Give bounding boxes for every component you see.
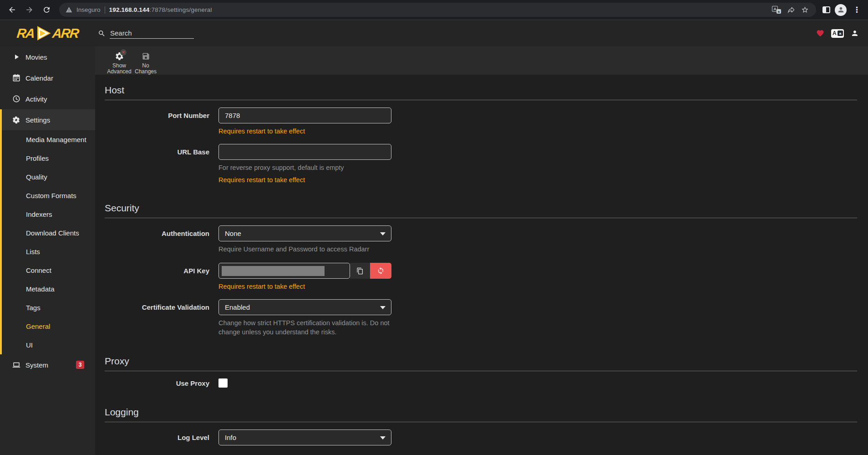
copy-api-key-button[interactable] — [350, 263, 370, 279]
api-key-row: API Key Requires restart to take eff — [105, 263, 857, 290]
address-bar-divider — [105, 6, 105, 14]
radarr-play-logo-icon — [35, 25, 51, 41]
sidebar-settings-group: Settings Media Management Profiles Quali… — [0, 109, 95, 354]
search-bar — [98, 28, 194, 39]
reload-icon — [42, 5, 51, 14]
certificate-validation-select[interactable]: Enabled — [218, 299, 391, 315]
settings-gears-icon — [12, 116, 20, 124]
sidebar-item-settings[interactable]: Settings — [2, 109, 95, 130]
person-icon — [851, 29, 859, 37]
sidebar-item-download-clients[interactable]: Download Clients — [2, 224, 95, 242]
sidebar-item-quality[interactable]: Quality — [2, 168, 95, 186]
section-title-logging: Logging — [105, 407, 857, 422]
port-number-label: Port Number — [105, 107, 218, 135]
url-host: 192.168.0.144 — [109, 6, 150, 13]
profile-avatar[interactable] — [835, 4, 847, 16]
sidebar-item-media-management[interactable]: Media Management — [2, 130, 95, 149]
regenerate-api-key-button[interactable] — [370, 263, 391, 279]
logo-text-left: RA — [16, 27, 35, 40]
forward-icon — [25, 5, 34, 14]
security-form: Authentication None Require Username and… — [105, 218, 857, 337]
donate-button[interactable] — [816, 29, 824, 37]
sidebar-item-indexers[interactable]: Indexers — [2, 205, 95, 224]
sidebar-item-metadata[interactable]: Metadata — [2, 280, 95, 298]
authentication-value: None — [225, 230, 241, 237]
logging-form: Log Level Info — [105, 422, 857, 445]
system-computer-icon — [12, 361, 20, 369]
show-advanced-button[interactable]: ✕ Show Advanced — [106, 51, 132, 75]
activity-clock-icon — [12, 95, 20, 103]
translate-icon: Aa — [772, 6, 781, 14]
share-button[interactable] — [786, 5, 796, 15]
share-icon — [787, 6, 795, 14]
url-base-row: URL Base For reverse proxy support, defa… — [105, 144, 857, 184]
translate-widget-icon: A — [832, 30, 837, 36]
app-header: RA ARR A a — [0, 20, 868, 46]
use-proxy-checkbox[interactable] — [218, 378, 228, 388]
sidebar-item-lists[interactable]: Lists — [2, 242, 95, 261]
side-panel-icon[interactable] — [822, 6, 830, 13]
browser-reload-button[interactable] — [40, 4, 53, 16]
url-base-label: URL Base — [105, 144, 218, 184]
sidebar-item-activity[interactable]: Activity — [0, 88, 95, 109]
address-bar[interactable]: Inseguro 192.168.0.144:7878/settings/gen… — [59, 3, 816, 17]
search-input[interactable] — [110, 28, 194, 39]
sidebar-item-label: Activity — [25, 95, 47, 103]
bookmark-button[interactable] — [800, 5, 810, 15]
sidebar-item-calendar[interactable]: Calendar — [0, 67, 95, 88]
sidebar-item-tags[interactable]: Tags — [2, 298, 95, 317]
chevron-down-icon — [380, 232, 386, 235]
bookmark-star-icon — [801, 6, 809, 14]
translate-widget-button[interactable]: A a — [831, 29, 844, 38]
port-restart-warning: Requires restart to take effect — [218, 128, 391, 135]
movies-play-icon — [12, 53, 20, 61]
sidebar-item-label: Settings — [25, 116, 50, 124]
settings-general-content: Host Port Number Requires restart to tak… — [95, 75, 868, 455]
heart-icon — [816, 29, 824, 37]
api-key-redacted-value — [222, 266, 325, 276]
radarr-logo[interactable]: RA ARR — [0, 25, 95, 41]
sidebar-item-custom-formats[interactable]: Custom Formats — [2, 186, 95, 205]
log-level-value: Info — [225, 434, 236, 441]
authentication-select[interactable]: None — [218, 225, 391, 241]
browser-forward-button[interactable] — [23, 4, 36, 16]
refresh-icon — [377, 267, 385, 275]
url-base-restart-warning: Requires restart to take effect — [218, 176, 391, 184]
search-icon — [98, 30, 106, 37]
sidebar-item-profiles[interactable]: Profiles — [2, 149, 95, 168]
page-toolbar: ✕ Show Advanced No Changes — [95, 46, 868, 75]
sidebar-item-movies[interactable]: Movies — [0, 46, 95, 67]
sidebar-item-label: Movies — [25, 53, 47, 61]
sidebar: Movies Calendar Activity Settings Media … — [0, 46, 95, 455]
sidebar-item-connect[interactable]: Connect — [2, 261, 95, 280]
radarr-settings-general-screen: Inseguro 192.168.0.144:7878/settings/gen… — [0, 0, 868, 455]
browser-menu-icon[interactable]: ⋮ — [851, 5, 863, 15]
sidebar-item-label: Calendar — [25, 74, 53, 82]
port-number-input[interactable] — [218, 107, 391, 123]
certificate-validation-label: Certificate Validation — [105, 299, 218, 337]
security-status-label[interactable]: Inseguro — [76, 6, 101, 13]
profile-avatar-icon — [837, 6, 845, 14]
sidebar-item-system[interactable]: System 3 — [0, 354, 95, 375]
sidebar-item-ui[interactable]: UI — [2, 336, 95, 354]
save-changes-button[interactable]: No Changes — [132, 51, 159, 75]
browser-chrome: Inseguro 192.168.0.144:7878/settings/gen… — [0, 0, 868, 20]
authentication-helper: Require Username and Password to access … — [218, 245, 391, 254]
chevron-down-icon — [380, 436, 386, 440]
log-level-row: Log Level Info — [105, 429, 857, 445]
certificate-validation-helper: Change how strict HTTPS certification va… — [218, 318, 391, 337]
translate-page-button[interactable]: Aa — [772, 5, 782, 15]
api-key-field[interactable] — [218, 263, 350, 279]
authentication-row: Authentication None Require Username and… — [105, 225, 857, 254]
header-actions: A a — [816, 29, 859, 38]
section-title-proxy: Proxy — [105, 356, 857, 371]
url-base-input[interactable] — [218, 144, 391, 160]
log-level-select[interactable]: Info — [218, 429, 391, 445]
user-button[interactable] — [851, 29, 859, 37]
authentication-label: Authentication — [105, 225, 218, 254]
port-number-row: Port Number Requires restart to take eff… — [105, 107, 857, 135]
browser-back-button[interactable] — [5, 4, 18, 16]
sidebar-item-general[interactable]: General — [2, 317, 95, 336]
save-icon — [140, 51, 151, 61]
show-advanced-label: Show Advanced — [106, 63, 132, 75]
